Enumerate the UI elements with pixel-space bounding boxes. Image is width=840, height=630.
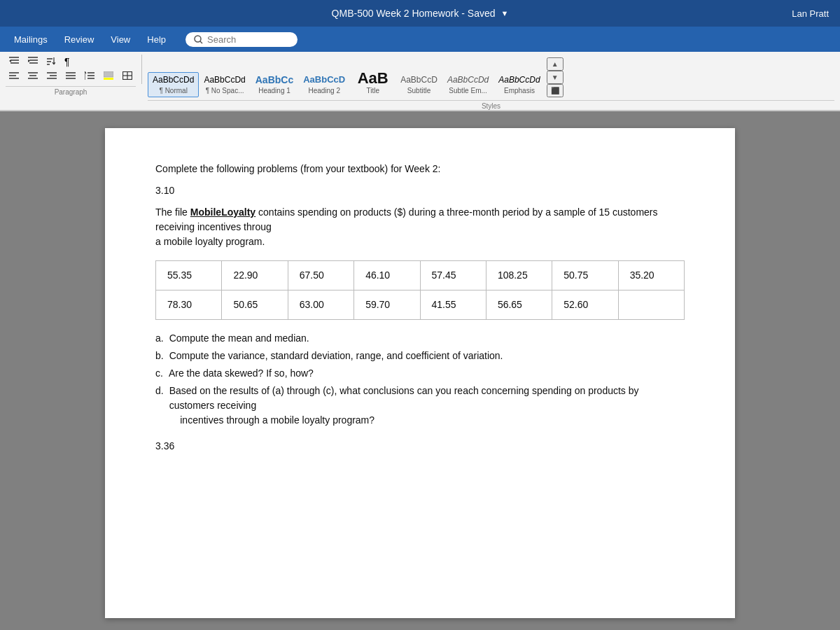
style-title-btn[interactable]: AaB Title [350,68,396,97]
style-no-spacing-btn[interactable]: AaBbCcDd ¶ No Spac... [199,72,250,97]
table-cell: 59.70 [354,290,420,320]
question-a-letter: a. [155,331,164,346]
indent-right-btn[interactable] [24,55,41,69]
style-heading1-preview: AaBbCc [255,74,293,86]
table-cell: 67.50 [288,261,354,290]
intro-paragraph: Complete the following problems (from yo… [155,162,685,176]
table-cell: 108.25 [486,261,552,290]
style-heading2-preview: AaBbCcD [303,74,345,86]
styles-scroll: ▲ ▼ ⬛ [547,57,564,97]
shading-btn[interactable] [100,70,117,83]
search-input[interactable] [207,34,284,45]
style-subtitle-btn[interactable]: AaBbCcD Subtitle [396,72,442,97]
dropdown-arrow[interactable]: ▼ [501,9,509,18]
sort-btn[interactable] [43,55,59,69]
style-emphasis-preview: AaBbCcDd [498,75,540,86]
section2-number: 3.36 [155,439,685,454]
styles-scroll-down[interactable]: ▼ [547,71,564,84]
main-content: Complete the following problems (from yo… [0,111,840,630]
question-b: b. Compute the variance, standard deviat… [155,349,685,363]
questions-list: a. Compute the mean and median. b. Compu… [155,331,685,428]
svg-rect-26 [104,71,113,77]
paragraph-tools-row1: ¶ [6,55,74,69]
question-d-text: Based on the results of (a) through (c),… [169,385,639,426]
intro-text: Complete the following problems (from yo… [155,163,440,174]
question-c: c. Are the data skewed? If so, how? [155,366,685,381]
search-box[interactable] [186,32,298,47]
styles-label: Styles [148,100,834,110]
svg-rect-27 [104,78,113,80]
document-title: QMB-500 Week 2 Homework - Saved ▼ [332,8,509,19]
section1-description: The file MobileLoyalty contains spending… [155,205,685,249]
user-name: Lan Pratt [792,8,829,19]
style-normal-preview: AaBbCcDd [153,75,194,86]
section2-num-text: 3.36 [155,440,174,451]
question-a-text: Compute the mean and median. [169,331,309,346]
style-no-spacing-label: ¶ No Spac... [206,87,244,94]
table-cell: 50.65 [222,290,288,320]
styles-group: AaBbCcDd ¶ Normal AaBbCcDd ¶ No Spac... … [148,55,834,110]
indent-left-btn[interactable] [6,55,22,69]
style-title-label: Title [366,87,379,94]
ribbon-commands: ¶ [0,52,840,111]
style-subtitle-label: Subtitle [407,87,430,94]
question-b-letter: b. [155,349,164,363]
align-left-btn[interactable] [6,70,22,83]
style-subtitle-preview: AaBbCcD [400,75,438,86]
mobile-loyalty-link[interactable]: MobileLoyalty [190,206,255,218]
table-row: 55.35 22.90 67.50 46.10 57.45 108.25 50.… [156,261,685,290]
question-a: a. Compute the mean and median. [155,331,685,346]
align-justify-btn[interactable] [62,70,79,83]
question-c-text: Are the data skewed? If so, how? [169,366,314,381]
table-cell: 35.20 [618,261,684,290]
align-right-btn[interactable] [43,70,60,83]
section1-num-text: 3.10 [155,185,174,196]
ribbon-tabs-row: Mailings Review View Help [0,27,840,52]
style-emphasis-label: Emphasis [504,87,535,94]
borders-btn[interactable] [119,70,136,83]
style-normal-label: ¶ Normal [159,87,187,94]
tab-review[interactable]: Review [56,30,103,49]
styles-row: AaBbCcDd ¶ Normal AaBbCcDd ¶ No Spac... … [148,55,834,97]
style-heading1-btn[interactable]: AaBbCc Heading 1 [251,71,298,97]
style-subtle-em-btn[interactable]: AaBbCcDd Subtle Em... [442,72,493,97]
align-center-btn[interactable] [24,70,41,83]
title-bar: QMB-500 Week 2 Homework - Saved ▼ Lan Pr… [0,0,840,27]
section1-number: 3.10 [155,183,685,198]
style-subtle-em-preview: AaBbCcDd [447,75,489,86]
pilcrow-btn[interactable]: ¶ [61,55,74,69]
paragraph-group: ¶ [6,55,136,96]
table-cell [618,290,684,320]
tab-view[interactable]: View [102,30,139,49]
table-cell: 22.90 [222,261,288,290]
tab-help[interactable]: Help [139,30,174,49]
style-subtle-em-label: Subtle Em... [449,87,486,94]
paragraph-label: Paragraph [6,86,136,96]
question-b-text: Compute the variance, standard deviation… [169,349,503,363]
table-cell: 46.10 [354,261,420,290]
table-cell: 50.75 [552,261,618,290]
desc-prefix: The file [155,206,190,218]
table-cell: 55.35 [156,261,222,290]
table-body: 55.35 22.90 67.50 46.10 57.45 108.25 50.… [156,261,685,320]
style-title-preview: AaB [358,71,388,86]
line-spacing-btn[interactable] [81,70,98,83]
tab-mailings[interactable]: Mailings [6,30,56,49]
style-normal-btn[interactable]: AaBbCcDd ¶ Normal [148,72,199,97]
svg-line-1 [200,41,202,43]
table-cell: 56.65 [486,290,552,320]
table-row: 78.30 50.65 63.00 59.70 41.55 56.65 52.6… [156,290,685,320]
style-no-spacing-preview: AaBbCcDd [204,75,245,86]
search-icon [194,35,203,44]
table-cell: 57.45 [420,261,486,290]
style-emphasis-btn[interactable]: AaBbCcDd Emphasis [493,72,545,97]
styles-expand[interactable]: ⬛ [547,84,564,97]
style-heading1-label: Heading 1 [258,87,290,94]
styles-scroll-up[interactable]: ▲ [547,57,564,71]
question-d: d. Based on the results of (a) through (… [155,384,685,428]
question-c-letter: c. [155,366,163,381]
style-heading2-btn[interactable]: AaBbCcD Heading 2 [298,71,350,97]
table-cell: 63.00 [288,290,354,320]
document-page: Complete the following problems (from yo… [105,128,735,618]
title-text: QMB-500 Week 2 Homework - Saved [332,8,496,19]
